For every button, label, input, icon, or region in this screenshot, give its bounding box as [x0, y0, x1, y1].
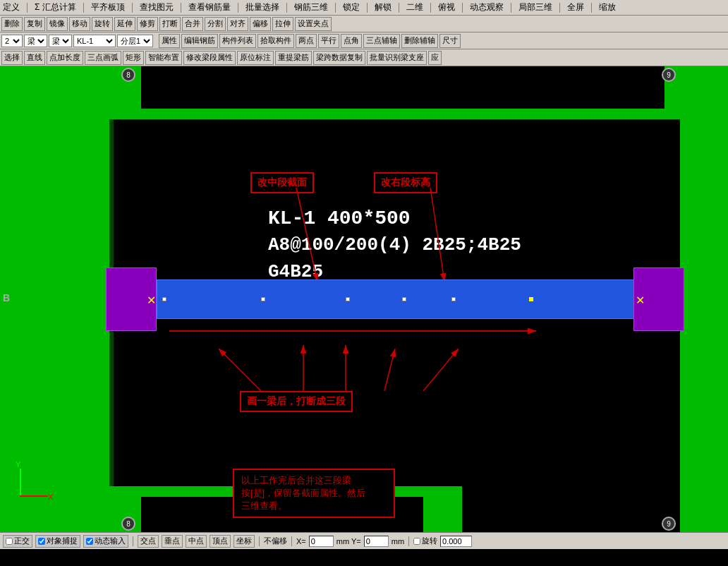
ctrl-pt-5[interactable]	[451, 297, 456, 301]
svg-line-6	[384, 349, 395, 391]
menu-define[interactable]: 定义	[3, 1, 20, 13]
select-layer-num[interactable]: 2	[1, 35, 23, 47]
btn-smart-place[interactable]: 智能布置	[145, 51, 182, 65]
menu-flatten[interactable]: 平齐板顶	[91, 1, 125, 13]
ctrl-pt-2[interactable]	[261, 297, 265, 301]
dynamic-checkbox[interactable]	[86, 538, 93, 545]
endpoint-left: ✕	[147, 294, 156, 307]
btn-intersection[interactable]: 交点	[138, 535, 159, 548]
status-snap[interactable]: 对象捕捉	[35, 535, 80, 548]
btn-span-copy[interactable]: 梁跨数据复制	[313, 51, 365, 65]
btn-delete[interactable]: 删除	[1, 17, 23, 31]
grid-num-8-top: 8	[121, 68, 135, 82]
btn-dimension[interactable]: 尺寸	[439, 34, 461, 48]
btn-del-aux[interactable]: 删除辅轴	[401, 34, 438, 48]
menu-2d[interactable]: 二维	[406, 1, 423, 13]
btn-arc[interactable]: 三点画弧	[85, 51, 121, 65]
btn-select[interactable]: 选择	[1, 51, 23, 65]
canvas-area[interactable]: ✕ ✕ 8 9 8 9 B KL-1 400*500 A8@100/200(4)…	[0, 66, 728, 532]
menu-sep-4	[181, 3, 181, 13]
menu-find[interactable]: 查找图元	[140, 1, 174, 13]
btn-split[interactable]: 分割	[205, 17, 226, 31]
annotation-break: 画一梁后，打断成三段	[240, 391, 353, 412]
status-dynamic[interactable]: 动态输入	[83, 535, 128, 548]
btn-re-extract[interactable]: 重提梁筋	[275, 51, 312, 65]
ctrl-pt-4[interactable]	[402, 297, 406, 301]
btn-move[interactable]: 移动	[69, 17, 90, 31]
grid-num-9-bottom: 9	[662, 517, 676, 531]
ortho-checkbox[interactable]	[6, 538, 13, 545]
select-type2[interactable]: 梁	[49, 35, 72, 47]
status-sep-1	[133, 536, 133, 546]
btn-set-grip[interactable]: 设置夹点	[295, 17, 332, 31]
btn-rotate[interactable]: 旋转	[92, 17, 113, 31]
status-x-label: X=	[296, 537, 306, 546]
ctrl-pt-6[interactable]	[529, 297, 533, 301]
btn-parallel[interactable]: 平行	[318, 34, 339, 48]
menu-sep-6	[286, 3, 287, 13]
btn-comp-list[interactable]: 构件列表	[219, 34, 256, 48]
btn-point-length[interactable]: 点加长度	[47, 51, 83, 65]
snap-checkbox[interactable]	[38, 538, 45, 545]
menu-unlock[interactable]: 解锁	[375, 1, 392, 13]
menu-fullscreen[interactable]: 全屏	[567, 1, 584, 13]
btn-three-point-aux[interactable]: 三点辅轴	[363, 34, 400, 48]
btn-in-situ-label[interactable]: 原位标注	[237, 51, 274, 65]
svg-line-7	[423, 349, 459, 391]
status-rotate-value[interactable]	[440, 536, 472, 547]
status-ortho[interactable]: 正交	[3, 535, 32, 548]
ctrl-pt-1[interactable]	[162, 297, 166, 301]
status-rotate-check[interactable]: 旋转	[413, 536, 437, 546]
status-x-value[interactable]	[309, 536, 334, 547]
status-y-value[interactable]	[364, 536, 389, 547]
coord-label-x: X	[48, 493, 53, 501]
btn-perp[interactable]: 垂点	[162, 535, 183, 548]
btn-rect[interactable]: 矩形	[123, 51, 144, 65]
btn-extend[interactable]: 延伸	[114, 17, 135, 31]
menu-sep-7	[335, 3, 336, 13]
btn-edit-rebar[interactable]: 编辑钢筋	[181, 34, 218, 48]
select-comp-id[interactable]: KL-1	[73, 35, 116, 47]
btn-pick-comp[interactable]: 拾取构件	[257, 34, 294, 48]
menu-sep-13	[559, 3, 560, 13]
btn-modify-section[interactable]: 修改梁段属性	[183, 51, 236, 65]
menu-sum[interactable]: Σ 汇总计算	[35, 1, 76, 13]
select-type1[interactable]: 梁	[24, 35, 47, 47]
status-sep-4	[408, 536, 409, 546]
btn-app[interactable]: 应	[428, 51, 442, 65]
select-layer[interactable]: 分层1	[117, 35, 153, 47]
btn-stretch[interactable]: 拉伸	[272, 17, 293, 31]
menu-sep-1	[27, 3, 28, 13]
menu-rebar-3d[interactable]: 钢筋三维	[294, 1, 328, 13]
btn-mirror[interactable]: 镜像	[47, 17, 68, 31]
btn-align[interactable]: 对齐	[227, 17, 248, 31]
btn-line[interactable]: 直线	[24, 51, 45, 65]
btn-property[interactable]: 属性	[159, 34, 180, 48]
menu-zoom[interactable]: 缩放	[599, 1, 616, 13]
menu-local-3d[interactable]: 局部三维	[518, 1, 552, 13]
btn-batch-identify[interactable]: 批量识别梁支座	[367, 51, 427, 65]
btn-midpoint[interactable]: 中点	[186, 535, 207, 548]
btn-trim[interactable]: 修剪	[137, 17, 158, 31]
btn-point-angle[interactable]: 点角	[341, 34, 362, 48]
menu-lock[interactable]: 锁定	[343, 1, 360, 13]
btn-vertex[interactable]: 顶点	[210, 535, 231, 548]
btn-copy[interactable]: 复制	[24, 17, 45, 31]
ctrl-pt-3[interactable]	[346, 297, 350, 301]
btn-merge[interactable]: 合并	[182, 17, 203, 31]
menu-sep-11	[462, 3, 463, 13]
menu-top-view[interactable]: 俯视	[438, 1, 455, 13]
btn-coord[interactable]: 坐标	[233, 535, 255, 548]
menu-orbit[interactable]: 动态观察	[470, 1, 504, 13]
rotate-checkbox[interactable]	[413, 538, 420, 545]
menu-rebar-qty[interactable]: 查看钢筋量	[188, 1, 231, 13]
toolbar1: 删除 复制 镜像 移动 旋转 延伸 修剪 打断 合并 分割 对齐 偏移 拉伸 设…	[0, 16, 728, 32]
btn-break[interactable]: 打断	[159, 17, 181, 31]
beam-body[interactable]	[157, 279, 636, 319]
btn-offset[interactable]: 偏移	[250, 17, 271, 31]
annotation-mid-section: 改中段截面	[250, 172, 314, 193]
menu-sep-2	[83, 3, 84, 13]
btn-two-point[interactable]: 两点	[296, 34, 317, 48]
menu-batch-select[interactable]: 批量选择	[245, 1, 279, 13]
menu-sep-12	[511, 3, 511, 13]
